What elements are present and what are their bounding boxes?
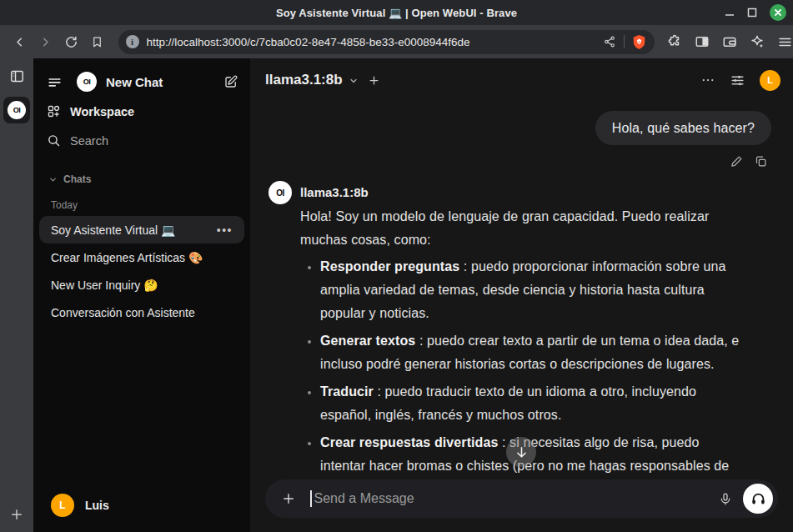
window-title: Soy Asistente Virtual 💻 | Open WebUI - B… — [276, 7, 517, 19]
attach-icon[interactable] — [281, 491, 296, 506]
browser-titlebar: Soy Asistente Virtual 💻 | Open WebUI - B… — [0, 0, 793, 25]
new-chat-label[interactable]: New Chat — [106, 75, 163, 89]
edit-icon[interactable] — [730, 155, 743, 168]
toolbar-extensions — [667, 34, 793, 50]
call-icon[interactable] — [743, 484, 773, 514]
user-message-turn: Hola, qué sabes hacer? — [250, 111, 793, 168]
message-composer[interactable]: Send a Message — [265, 479, 778, 518]
urlbar-actions — [603, 34, 646, 50]
bullet-title: Crear respuestas divertidas — [320, 435, 498, 449]
chat-item-label: Soy Asistente Virtual 💻 — [51, 223, 217, 237]
app-logo: OI — [77, 72, 97, 92]
assistant-intro: Hola! Soy un modelo de lenguaje de gran … — [300, 205, 740, 252]
ellipsis-icon[interactable] — [700, 73, 715, 88]
assistant-bullet: Generar textos : puedo crear texto a par… — [320, 329, 740, 376]
chat-item-label: Crear Imágenes Artísticas 🎨 — [51, 251, 233, 264]
workspace-icon — [47, 104, 61, 118]
model-selector[interactable]: llama3.1:8b — [265, 72, 359, 88]
chat-main: llama3.1:8b L Hola, qué sabes hacer? — [250, 58, 793, 532]
reload-icon[interactable] — [58, 29, 84, 54]
sidebar-item-workspace[interactable]: Workspace — [47, 100, 242, 123]
text-caret — [310, 490, 312, 507]
sidebar-user-row[interactable]: L Luis — [43, 489, 240, 522]
menu-icon[interactable] — [777, 34, 793, 50]
window-controls — [725, 0, 786, 25]
user-message-actions — [730, 155, 771, 168]
browser-toolbar: i http://localhost:3000/c/7cba0c02-8e47-… — [0, 25, 793, 58]
app-sidebar: OI New Chat Workspace Search Chats Today… — [33, 58, 250, 532]
extensions-icon[interactable] — [667, 34, 682, 49]
sidebar-item-search[interactable]: Search — [47, 129, 242, 152]
chats-section-header[interactable]: Chats — [48, 173, 250, 185]
sidebar-chat-item[interactable]: Conversación con Asistente — [39, 299, 244, 326]
message-input[interactable]: Send a Message — [310, 490, 719, 507]
back-icon[interactable] — [7, 29, 33, 54]
active-tab[interactable]: OI — [3, 97, 30, 123]
chat-list: Soy Asistente Virtual 💻•••Crear Imágenes… — [39, 216, 244, 326]
chat-item-menu-icon[interactable]: ••• — [217, 226, 233, 234]
urlbar-divider — [624, 35, 625, 48]
chevron-down-icon — [48, 175, 58, 184]
maximize-icon[interactable] — [747, 8, 757, 18]
sidebar-chat-item[interactable]: Soy Asistente Virtual 💻••• — [39, 216, 244, 243]
share-icon[interactable] — [603, 35, 616, 48]
tab-favicon: OI — [8, 101, 26, 119]
address-bar[interactable]: i http://localhost:3000/c/7cba0c02-8e47-… — [118, 30, 655, 54]
search-icon — [47, 133, 61, 148]
input-placeholder: Send a Message — [314, 491, 414, 506]
chats-section-label: Chats — [63, 173, 91, 185]
chat-header: llama3.1:8b L — [250, 58, 793, 102]
bookmark-icon[interactable] — [84, 29, 110, 54]
minimize-icon[interactable] — [725, 8, 735, 18]
wallet-icon[interactable] — [722, 34, 737, 49]
sidebar-header: OI New Chat — [47, 70, 238, 93]
search-label: Search — [70, 134, 108, 148]
chat-item-label: New User Inquiry 🤔 — [51, 279, 233, 292]
user-message-bubble: Hola, qué sabes hacer? — [595, 111, 771, 145]
mic-icon[interactable] — [719, 492, 732, 506]
vertical-tab-rail: OI — [0, 58, 33, 532]
controls-icon[interactable] — [730, 73, 745, 88]
chevron-down-icon — [349, 76, 359, 86]
bullet-title: Generar textos — [320, 334, 415, 348]
user-name: Luis — [85, 499, 109, 512]
chat-header-actions: L — [700, 70, 780, 91]
sidebar-chat-item[interactable]: New User Inquiry 🤔 — [39, 271, 244, 299]
assistant-name: llama3.1:8b — [300, 181, 740, 200]
chat-group-label: Today — [51, 199, 250, 211]
browser-sidebar-icon[interactable] — [695, 34, 710, 49]
new-chat-icon[interactable] — [223, 74, 238, 89]
assistant-avatar: OI — [269, 181, 292, 204]
add-model-icon[interactable] — [368, 74, 380, 87]
scroll-to-bottom-button[interactable] — [506, 437, 536, 467]
user-avatar: L — [51, 494, 74, 517]
header-user-avatar[interactable]: L — [760, 70, 780, 91]
scroll-down-icon — [514, 445, 529, 459]
assistant-bullet: Traducir : puedo traducir texto de un id… — [320, 380, 740, 427]
chat-item-label: Conversación con Asistente — [51, 306, 233, 319]
site-info-icon[interactable]: i — [126, 35, 139, 48]
forward-icon[interactable] — [33, 29, 58, 54]
bullet-title: Traducir — [320, 384, 374, 399]
sidebar-chat-item[interactable]: Crear Imágenes Artísticas 🎨 — [39, 243, 244, 271]
close-icon[interactable] — [770, 4, 786, 21]
tab-panel-toggle-icon[interactable] — [9, 68, 25, 84]
workspace-label: Workspace — [70, 105, 134, 118]
message-scroll-area: Hola, qué sabes hacer? OI llama3.1:8b Ho… — [250, 102, 793, 532]
sidebar-toggle-icon[interactable] — [47, 74, 63, 90]
copy-icon[interactable] — [755, 155, 767, 168]
brave-shield-icon[interactable] — [632, 34, 646, 50]
leo-ai-icon[interactable] — [750, 34, 765, 49]
model-name: llama3.1:8b — [265, 72, 343, 88]
url-text: http://localhost:3000/c/7cba0c02-8e47-48… — [147, 36, 604, 48]
assistant-bullet: Responder preguntas : puedo proporcionar… — [320, 255, 740, 325]
new-tab-icon[interactable] — [9, 507, 24, 522]
bullet-title: Responder preguntas — [320, 259, 459, 274]
